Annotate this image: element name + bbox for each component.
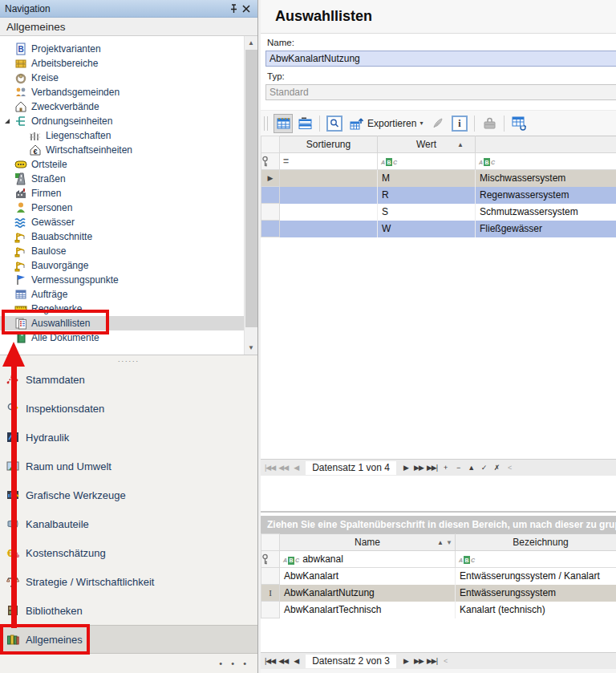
navigator-button[interactable]: ◀◀ bbox=[277, 461, 290, 475]
navigator-button[interactable]: ▶▶ bbox=[412, 655, 425, 668]
cell-name[interactable]: AbwKanalartNutzung bbox=[280, 585, 456, 602]
tree-item-personen[interactable]: Personen bbox=[0, 201, 257, 215]
edit-feather-button[interactable] bbox=[428, 114, 448, 133]
cell-wert[interactable]: W bbox=[378, 221, 476, 237]
navigator-button[interactable]: ◀◀ bbox=[277, 655, 290, 668]
overflow-dots[interactable]: • • • bbox=[219, 659, 249, 668]
navigator-button[interactable]: |◀◀ bbox=[263, 461, 277, 475]
cell-text[interactable]: Schmutzwassersystem bbox=[476, 204, 616, 221]
navigator-button[interactable]: − bbox=[452, 461, 464, 475]
filter-cell-sortierung[interactable]: = bbox=[280, 153, 378, 170]
navigator-button[interactable]: < bbox=[439, 655, 452, 668]
sidebar-item-allgemeines[interactable]: Allgemeines bbox=[0, 625, 257, 654]
sidebar-item-stammdaten[interactable]: Stammdaten bbox=[0, 365, 257, 394]
cell-wert[interactable]: M bbox=[378, 170, 476, 187]
column-header-sortierung[interactable]: Sortierung bbox=[280, 136, 378, 153]
sidebar-item-bibliotheken[interactable]: Bibliotheken bbox=[0, 596, 257, 625]
table-row[interactable]: RRegenwassersystem bbox=[261, 187, 616, 204]
scroll-up-icon[interactable]: ▲ bbox=[245, 36, 257, 50]
name-input[interactable] bbox=[265, 51, 616, 67]
filter-cell-name[interactable]: ABCabwkanal bbox=[280, 551, 456, 568]
search-button[interactable] bbox=[325, 114, 344, 133]
group-by-hint[interactable]: Ziehen Sie eine Spaltenüberschrift in di… bbox=[261, 516, 616, 533]
panel-splitter[interactable]: ...... bbox=[0, 355, 257, 363]
close-icon[interactable] bbox=[240, 3, 253, 14]
scroll-down-icon[interactable]: ▼ bbox=[245, 341, 257, 355]
table-row[interactable]: WFließgewässer bbox=[261, 221, 616, 237]
cell-text[interactable]: Mischwassersystem bbox=[476, 170, 616, 187]
refresh-grid-button[interactable] bbox=[509, 114, 529, 133]
card-view-button[interactable] bbox=[295, 114, 314, 133]
table-row[interactable]: AbwKanalartEntwässerungssystem / Kanalar… bbox=[261, 568, 616, 585]
tree-item-auftr-ge[interactable]: Aufträge bbox=[0, 287, 257, 302]
tree-item-zweckverb-nde[interactable]: Zweckverbände bbox=[0, 99, 257, 114]
cell-wert[interactable]: R bbox=[378, 187, 476, 204]
sidebar-item-kostensch-tzung[interactable]: €%Kostenschätzung bbox=[0, 538, 257, 567]
tree-item-bauvorg-nge[interactable]: Bauvorgänge bbox=[0, 258, 257, 273]
sidebar-item-inspektionsdaten[interactable]: Inspektionsdaten bbox=[0, 394, 257, 423]
tree-item-wirtschaftseinheiten[interactable]: €Wirtschaftseinheiten bbox=[0, 143, 257, 157]
navigator-button[interactable]: ▶▶ bbox=[412, 461, 425, 475]
grid-view-button[interactable] bbox=[274, 114, 293, 133]
cell-sortierung[interactable] bbox=[280, 204, 378, 221]
cell-sortierung[interactable] bbox=[280, 187, 378, 204]
tree-scrollbar[interactable]: ▲ ▼ bbox=[244, 36, 257, 355]
navigator-button[interactable]: ▶ bbox=[399, 461, 412, 475]
sidebar-item-strategie-wirtschaftlichkeit[interactable]: Strategie / Wirtschaftlichkeit bbox=[0, 567, 257, 596]
expander-icon[interactable] bbox=[4, 118, 14, 124]
navigator-button[interactable]: < bbox=[503, 461, 516, 475]
cell-wert[interactable]: S bbox=[378, 204, 476, 221]
filter-cell-bezeichnung[interactable]: ABC bbox=[456, 551, 616, 568]
table-row[interactable]: IAbwKanalartNutzungEntwässerungssystem bbox=[261, 585, 616, 602]
tree-item-ortsteile[interactable]: Ortsteile bbox=[0, 157, 257, 172]
tree-item-auswahllisten[interactable]: Auswahllisten bbox=[0, 316, 257, 330]
toolbox-button[interactable] bbox=[480, 114, 499, 133]
sidebar-item-hydraulik[interactable]: Hydraulik bbox=[0, 423, 257, 452]
navigator-button[interactable]: ◀ bbox=[290, 655, 302, 668]
table-row[interactable]: SSchmutzwassersystem bbox=[261, 204, 616, 221]
navigator-button[interactable]: ✓ bbox=[477, 461, 490, 475]
filter-cell-wert[interactable]: ABC bbox=[378, 153, 476, 170]
navigator-button[interactable]: ▶▶| bbox=[425, 461, 439, 475]
tree-item-bauabschnitte[interactable]: Bauabschnitte bbox=[0, 229, 257, 244]
cell-bezeichnung[interactable]: Entwässerungssystem / Kanalart bbox=[456, 568, 616, 585]
tree-item-stra-en[interactable]: Straßen bbox=[0, 172, 257, 186]
scrollbar-thumb[interactable] bbox=[245, 50, 257, 327]
pin-icon[interactable] bbox=[227, 3, 240, 14]
navigator-button[interactable]: ▲ bbox=[464, 461, 477, 475]
tree-item-firmen[interactable]: Firmen bbox=[0, 186, 257, 201]
cell-sortierung[interactable] bbox=[280, 221, 378, 237]
tree-item-ordnungseinheiten[interactable]: Ordnungseinheiten bbox=[0, 114, 257, 128]
cell-bezeichnung[interactable]: Kanalart (technisch) bbox=[456, 602, 616, 618]
sidebar-item-grafische-werkzeuge[interactable]: Grafische Werkzeuge bbox=[0, 480, 257, 509]
navigator-button[interactable]: ◀ bbox=[290, 461, 302, 475]
column-header-bezeichnung[interactable]: Bezeichnung bbox=[456, 534, 616, 551]
table-row[interactable]: AbwKanalartTechnischKanalart (technisch) bbox=[261, 602, 616, 618]
name-filter-value[interactable]: abwkanal bbox=[302, 553, 343, 565]
tree-item-baulose[interactable]: Baulose bbox=[0, 244, 257, 258]
filter-funnel-icon[interactable]: ▼ bbox=[446, 539, 452, 546]
navigator-button[interactable]: ✗ bbox=[490, 461, 503, 475]
cell-sortierung[interactable] bbox=[280, 170, 378, 187]
info-button[interactable]: i bbox=[450, 114, 469, 133]
cell-text[interactable]: Regenwassersystem bbox=[476, 187, 616, 204]
filter-cell-extra[interactable]: ABC bbox=[476, 153, 616, 170]
cell-name[interactable]: AbwKanalart bbox=[280, 568, 456, 585]
export-button[interactable]: Exportieren ▾ bbox=[346, 114, 426, 133]
column-header-name[interactable]: Name▲▼ bbox=[280, 534, 456, 551]
navigator-button[interactable]: ▶▶| bbox=[425, 655, 439, 668]
tree-item-arbeitsbereiche[interactable]: Arbeitsbereiche bbox=[0, 56, 257, 71]
navigator-button[interactable]: |◀◀ bbox=[263, 655, 277, 668]
table-row[interactable]: ▶MMischwassersystem bbox=[261, 170, 616, 187]
cell-name[interactable]: AbwKanalartTechnisch bbox=[280, 602, 456, 618]
navigator-button[interactable]: + bbox=[439, 461, 452, 475]
typ-input[interactable] bbox=[265, 84, 616, 100]
toolbar-grip[interactable] bbox=[264, 116, 268, 131]
tree-item-projektvarianten[interactable]: BProjektvarianten bbox=[0, 42, 257, 56]
tree-item-vermessungspunkte[interactable]: Vermessungspunkte bbox=[0, 273, 257, 287]
navigator-button[interactable]: ▶ bbox=[399, 655, 412, 668]
sidebar-item-raum-und-umwelt[interactable]: Raum und Umwelt bbox=[0, 452, 257, 480]
cell-bezeichnung[interactable]: Entwässerungssystem bbox=[456, 585, 616, 602]
tree-item-kreise[interactable]: Kreise bbox=[0, 71, 257, 85]
column-header-extra[interactable] bbox=[476, 136, 616, 153]
